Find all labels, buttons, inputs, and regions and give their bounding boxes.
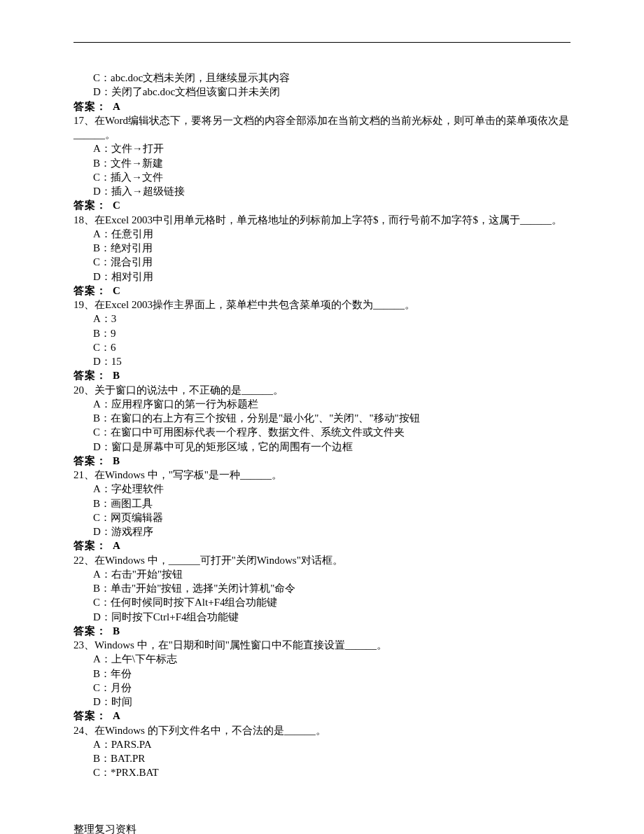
option-line: B：年份	[74, 667, 570, 681]
answer-letter: A	[113, 538, 121, 552]
answer-label: 答案：	[74, 540, 107, 551]
question-text: 在Windows 中，"写字板"是一种______。	[94, 469, 282, 480]
option-line: A：字处理软件	[74, 482, 570, 496]
option-line: C：任何时候同时按下Alt+F4组合功能键	[74, 595, 570, 609]
option-line: B：单击"开始"按钮，选择"关闭计算机"命令	[74, 581, 570, 595]
question-number: 24、	[74, 725, 94, 736]
option-line: C：月份	[74, 681, 570, 695]
option-line: D：时间	[74, 695, 570, 709]
question-stem: 21、在Windows 中，"写字板"是一种______。	[74, 468, 570, 482]
question-stem: 24、在Windows 的下列文件名中，不合法的是______。	[74, 723, 570, 737]
question-text: Windows 中，在"日期和时间"属性窗口中不能直接设置______。	[94, 639, 387, 651]
option-line: D：相对引用	[74, 270, 570, 284]
question-stem: 23、Windows 中，在"日期和时间"属性窗口中不能直接设置______。	[74, 638, 570, 652]
option-line: A：PARS.PA	[74, 737, 570, 751]
option-line: B：9	[74, 326, 570, 340]
question-number: 23、	[74, 639, 94, 651]
question-text: 在Excel 2003中引用单元格时，单元格地址的列标前加上字符$，而行号前不加…	[94, 214, 562, 225]
answer-label: 答案：	[74, 285, 107, 296]
answer-letter: C	[113, 198, 121, 212]
question-text: 关于窗口的说法中，不正确的是______。	[94, 384, 284, 396]
option-line: D：游戏程序	[74, 524, 570, 538]
question-number: 22、	[74, 555, 94, 566]
question-number: 18、	[74, 214, 94, 225]
answer-letter: C	[113, 284, 121, 298]
option-line: A：右击"开始"按钮	[74, 567, 570, 581]
option-line: D：插入→超级链接	[74, 184, 570, 198]
option-line: C：网页编辑器	[74, 510, 570, 524]
question-text: 在Windows 的下列文件名中，不合法的是______。	[94, 725, 326, 736]
option-line: A：应用程序窗口的第一行为标题栏	[74, 397, 570, 411]
top-rule	[74, 42, 570, 43]
question-text: 在Excel 2003操作主界面上，菜单栏中共包含菜单项的个数为______。	[94, 299, 415, 310]
option-line: A：3	[74, 312, 570, 326]
question-number: 17、	[74, 115, 94, 126]
question-number: 21、	[74, 469, 94, 480]
option-line: C：插入→文件	[74, 170, 570, 184]
question-stem: 19、在Excel 2003操作主界面上，菜单栏中共包含菜单项的个数为_____…	[74, 298, 570, 312]
option-line: B：画图工具	[74, 496, 570, 510]
answer-line: 答案：C	[74, 284, 570, 298]
question-number: 20、	[74, 384, 94, 396]
option-line: C：6	[74, 340, 570, 354]
option-line: B：绝对引用	[74, 241, 570, 255]
question-text: 在Windows 中，______可打开"关闭Windows"对话框。	[94, 555, 343, 566]
answer-label: 答案：	[74, 625, 107, 637]
option-line: A：文件→打开	[74, 141, 570, 155]
answer-letter: A	[113, 99, 121, 113]
question-stem: 20、关于窗口的说法中，不正确的是______。	[74, 383, 570, 397]
option-line: C：在窗口中可用图标代表一个程序、数据文件、系统文件或文件夹	[74, 425, 570, 439]
answer-label: 答案：	[74, 710, 107, 721]
question-text: 在Word编辑状态下，要将另一文档的内容全部添加在当前文档的当前光标处，则可单击…	[74, 115, 569, 140]
option-line: A：任意引用	[74, 227, 570, 241]
question-stem: 18、在Excel 2003中引用单元格时，单元格地址的列标前加上字符$，而行号…	[74, 213, 570, 227]
answer-line: 答案：A	[74, 538, 570, 552]
answer-label: 答案：	[74, 101, 107, 112]
question-stem: 17、在Word编辑状态下，要将另一文档的内容全部添加在当前文档的当前光标处，则…	[74, 113, 570, 142]
answer-line: 答案：A	[74, 709, 570, 723]
questions-container: 17、在Word编辑状态下，要将另一文档的内容全部添加在当前文档的当前光标处，则…	[74, 113, 570, 780]
option-line: C：*PRX.BAT	[74, 765, 570, 779]
question-stem: 22、在Windows 中，______可打开"关闭Windows"对话框。	[74, 553, 570, 567]
option-line: B：文件→新建	[74, 156, 570, 170]
footer-text: 整理复习资料	[74, 822, 570, 835]
option-line: B：BAT.PR	[74, 751, 570, 765]
answer-label: 答案：	[74, 455, 107, 466]
option-line: A：上午\下午标志	[74, 652, 570, 666]
answer-line: 答案：B	[74, 454, 570, 468]
option-line: D：关闭了abc.doc文档但该窗口并未关闭	[74, 85, 570, 99]
answer-letter: B	[113, 624, 120, 638]
question-number: 19、	[74, 299, 94, 310]
option-line: B：在窗口的右上方有三个按钮，分别是"最小化"、"关闭"、"移动"按钮	[74, 411, 570, 425]
option-line: C：abc.doc文档未关闭，且继续显示其内容	[74, 71, 570, 85]
answer-label: 答案：	[74, 370, 107, 381]
answer-letter: B	[113, 368, 120, 382]
answer-letter: A	[113, 709, 121, 723]
option-line: D：15	[74, 354, 570, 368]
answer-label: 答案：	[74, 200, 107, 211]
document-page: C：abc.doc文档未关闭，且继续显示其内容 D：关闭了abc.doc文档但该…	[0, 0, 644, 834]
answer-line: 答案：B	[74, 624, 570, 638]
answer-line: 答案：C	[74, 198, 570, 212]
answer-letter: B	[113, 454, 120, 468]
option-line: C：混合引用	[74, 255, 570, 269]
option-line: D：同时按下Ctrl+F4组合功能键	[74, 610, 570, 624]
answer-line: 答案：A	[74, 99, 570, 113]
option-line: D：窗口是屏幕中可见的矩形区域，它的周围有一个边框	[74, 440, 570, 454]
answer-line: 答案：B	[74, 368, 570, 382]
